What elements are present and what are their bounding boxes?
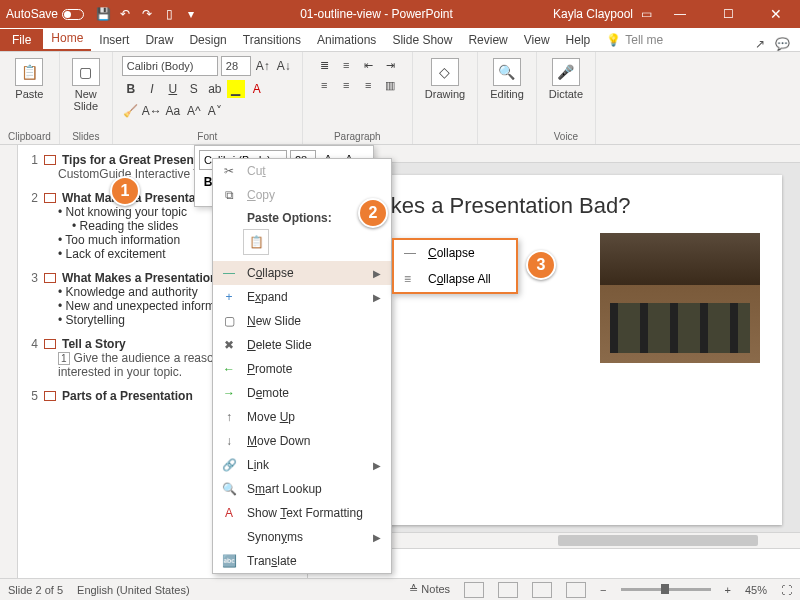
decrease-font-icon[interactable]: A↓ bbox=[275, 57, 293, 75]
indent-dec-icon[interactable]: ⇤ bbox=[358, 56, 378, 74]
grow-font-icon[interactable]: A^ bbox=[185, 102, 203, 120]
align-center-icon[interactable]: ≡ bbox=[336, 76, 356, 94]
close-button[interactable]: ✕ bbox=[756, 0, 796, 28]
slide-icon bbox=[44, 273, 56, 283]
align-left-icon[interactable]: ≡ bbox=[314, 76, 334, 94]
group-font: Calibri (Body) 28 A↑ A↓ B I U S ab ▁ A 🧹… bbox=[113, 52, 303, 144]
zoom-slider[interactable] bbox=[621, 588, 711, 591]
minimize-button[interactable]: — bbox=[660, 0, 700, 28]
numbering-icon[interactable]: ≡ bbox=[336, 56, 356, 74]
ctx-synonyms[interactable]: Synonyms▶ bbox=[213, 525, 391, 549]
align-right-icon[interactable]: ≡ bbox=[358, 76, 378, 94]
tab-insert[interactable]: Insert bbox=[91, 29, 137, 51]
zoom-in-icon[interactable]: + bbox=[725, 584, 731, 596]
ctx-demote[interactable]: →Demote bbox=[213, 381, 391, 405]
ctx-expand[interactable]: +Expand▶ bbox=[213, 285, 391, 309]
italic-icon[interactable]: I bbox=[143, 80, 161, 98]
ctx-delete-slide[interactable]: ✖Delete Slide bbox=[213, 333, 391, 357]
ctx-move-down[interactable]: ↓Move Down bbox=[213, 429, 391, 453]
notes-toggle[interactable]: ≙ Notes bbox=[409, 583, 450, 596]
move-down-icon: ↓ bbox=[221, 434, 237, 448]
tab-animations[interactable]: Animations bbox=[309, 29, 384, 51]
autosave-toggle[interactable]: AutoSave bbox=[6, 7, 84, 21]
tab-home[interactable]: Home bbox=[43, 27, 91, 51]
ctx-collapse[interactable]: —Collapse▶ bbox=[213, 261, 391, 285]
drawing-button[interactable]: ◇ Drawing bbox=[421, 56, 469, 102]
qat-more-icon[interactable]: ▾ bbox=[182, 5, 200, 23]
zoom-level[interactable]: 45% bbox=[745, 584, 767, 596]
ctx-link[interactable]: 🔗Link▶ bbox=[213, 453, 391, 477]
strike-icon[interactable]: ab bbox=[206, 80, 224, 98]
normal-view-icon[interactable] bbox=[464, 582, 484, 598]
submenu-collapse[interactable]: —Collapse bbox=[394, 240, 516, 266]
paste-button[interactable]: 📋 Paste bbox=[11, 56, 47, 102]
clear-format-icon[interactable]: 🧹 bbox=[122, 102, 140, 120]
undo-icon[interactable]: ↶ bbox=[116, 5, 134, 23]
sorter-view-icon[interactable] bbox=[498, 582, 518, 598]
maximize-button[interactable]: ☐ bbox=[708, 0, 748, 28]
translate-icon: 🔤 bbox=[221, 554, 237, 568]
columns-icon[interactable]: ▥ bbox=[380, 76, 400, 94]
zoom-out-icon[interactable]: − bbox=[600, 584, 606, 596]
ctx-promote[interactable]: ←Promote bbox=[213, 357, 391, 381]
submenu-arrow-icon: ▶ bbox=[373, 532, 381, 543]
slide-indicator[interactable]: Slide 2 of 5 bbox=[8, 584, 63, 596]
start-slideshow-icon[interactable]: ▯ bbox=[160, 5, 178, 23]
shadow-icon[interactable]: S bbox=[185, 80, 203, 98]
submenu-collapse-all[interactable]: ≡Collapse All bbox=[394, 266, 516, 292]
font-name-combo[interactable]: Calibri (Body) bbox=[122, 56, 218, 76]
shrink-font-icon[interactable]: A˅ bbox=[206, 102, 224, 120]
tell-me-search[interactable]: 💡 Tell me bbox=[598, 29, 671, 51]
current-slide[interactable]: t Makes a Presentation Bad? ding the sli… bbox=[326, 175, 782, 525]
collapse-submenu: —Collapse ≡Collapse All bbox=[392, 238, 518, 294]
dictate-button[interactable]: 🎤 Dictate bbox=[545, 56, 587, 102]
tab-design[interactable]: Design bbox=[181, 29, 234, 51]
bullets-icon[interactable]: ≣ bbox=[314, 56, 334, 74]
ribbon-options-icon[interactable]: ▭ bbox=[641, 7, 652, 21]
font-size-combo[interactable]: 28 bbox=[221, 56, 251, 76]
comments-icon[interactable]: 💬 bbox=[775, 37, 790, 51]
ctx-show-text-formatting[interactable]: AShow Text Formatting bbox=[213, 501, 391, 525]
new-slide-button[interactable]: ▢ New Slide bbox=[68, 56, 104, 114]
underline-icon[interactable]: U bbox=[164, 80, 182, 98]
indent-inc-icon[interactable]: ⇥ bbox=[380, 56, 400, 74]
collapse-icon: — bbox=[404, 246, 418, 260]
slide-icon bbox=[44, 193, 56, 203]
tab-slideshow[interactable]: Slide Show bbox=[384, 29, 460, 51]
font-color-icon[interactable]: A bbox=[248, 80, 266, 98]
callout-1: 1 bbox=[110, 176, 140, 206]
slide-icon bbox=[44, 339, 56, 349]
fit-to-window-icon[interactable]: ⛶ bbox=[781, 584, 792, 596]
save-icon[interactable]: 💾 bbox=[94, 5, 112, 23]
ribbon-tabs: File Home Insert Draw Design Transitions… bbox=[0, 28, 800, 52]
status-bar: Slide 2 of 5 English (United States) ≙ N… bbox=[0, 578, 800, 600]
ctx-cut[interactable]: ✂Cut bbox=[213, 159, 391, 183]
paste-keep-text-button[interactable]: 📋 bbox=[243, 229, 269, 255]
change-case-icon[interactable]: Aa bbox=[164, 102, 182, 120]
tab-help[interactable]: Help bbox=[558, 29, 599, 51]
highlight-icon[interactable]: ▁ bbox=[227, 80, 245, 98]
redo-icon[interactable]: ↷ bbox=[138, 5, 156, 23]
tab-review[interactable]: Review bbox=[460, 29, 515, 51]
language-indicator[interactable]: English (United States) bbox=[77, 584, 190, 596]
tab-draw[interactable]: Draw bbox=[137, 29, 181, 51]
reading-view-icon[interactable] bbox=[532, 582, 552, 598]
slide-title-text[interactable]: t Makes a Presentation Bad? bbox=[348, 193, 760, 219]
slide-image[interactable] bbox=[600, 233, 760, 363]
slideshow-view-icon[interactable] bbox=[566, 582, 586, 598]
tab-file[interactable]: File bbox=[0, 29, 43, 51]
bold-icon[interactable]: B bbox=[122, 80, 140, 98]
share-icon[interactable]: ↗ bbox=[755, 37, 765, 51]
ctx-translate[interactable]: 🔤Translate bbox=[213, 549, 391, 573]
ctx-move-up[interactable]: ↑Move Up bbox=[213, 405, 391, 429]
char-spacing-icon[interactable]: A↔ bbox=[143, 102, 161, 120]
increase-font-icon[interactable]: A↑ bbox=[254, 57, 272, 75]
ctx-new-slide[interactable]: ▢New Slide bbox=[213, 309, 391, 333]
tab-view[interactable]: View bbox=[516, 29, 558, 51]
ctx-smart-lookup[interactable]: 🔍Smart Lookup bbox=[213, 477, 391, 501]
editing-button[interactable]: 🔍 Editing bbox=[486, 56, 528, 102]
group-drawing: ◇ Drawing bbox=[413, 52, 478, 144]
user-name[interactable]: Kayla Claypool bbox=[553, 7, 633, 21]
tab-transitions[interactable]: Transitions bbox=[235, 29, 309, 51]
slide-icon bbox=[44, 155, 56, 165]
